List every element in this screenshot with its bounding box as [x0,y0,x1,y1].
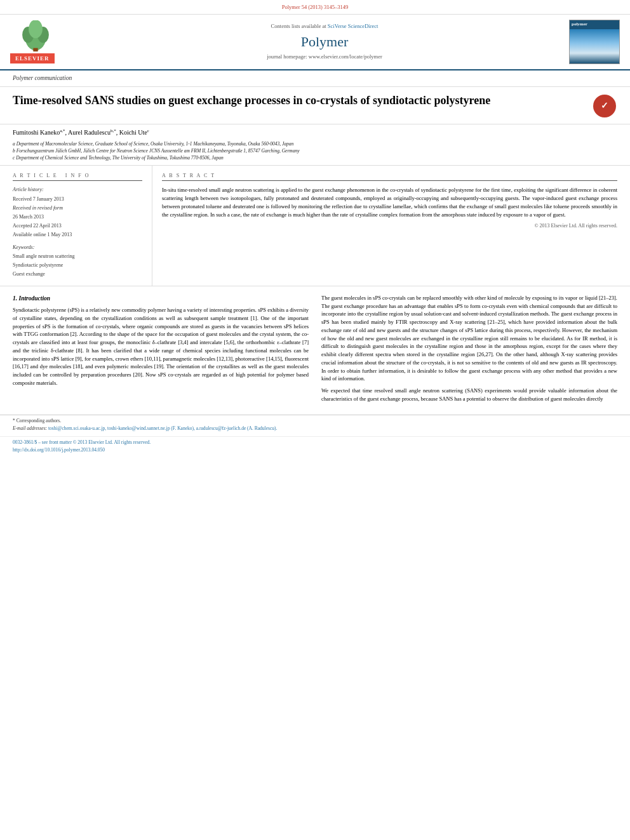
bottom-bar: 0032-3861/$ – see front matter © 2013 El… [0,436,630,458]
journal-title: Polymer [93,32,556,52]
copyright-line: © 2013 Elsevier Ltd. All rights reserved… [162,222,617,229]
issn-line: 0032-3861/$ – see front matter © 2013 El… [13,439,617,446]
affiliations: a Department of Macromolecular Science, … [13,140,617,162]
journal-reference: Polymer 54 (2013) 3145–3149 [0,0,630,15]
affiliation-b: b Forschungszentrum Jülich GmbH, Jülich … [13,147,617,154]
affiliation-a: a Department of Macromolecular Science, … [13,140,617,147]
contents-available-line: Contents lists available at SciVerse Sci… [93,23,556,30]
body-section: 1. Introduction Syndiotactic polystyrene… [0,286,630,415]
journal-center-info: Contents lists available at SciVerse Sci… [93,23,556,61]
intro-paragraph-right: The guest molecules in sPS co-crystals c… [321,294,617,383]
accepted-date: Accepted 22 April 2013 [13,222,142,230]
email-line: E-mail addresses: toshi@chem.sci.osaka-u… [13,425,617,432]
article-type-label: Polymer communication [13,75,72,81]
article-title-section: Time-resolved SANS studies on guest exch… [0,87,630,124]
corresponding-authors-line: * Corresponding authors. [13,418,617,425]
authors-line: Fumitoshi Kanekoa,*, Aurel Radulescub,*,… [13,128,617,137]
article-type-bar: Polymer communication [0,70,630,87]
crossmark-badge: ✓ [592,93,617,119]
elsevier-tree-icon [10,20,61,52]
revised-label: Received in revised form [13,204,142,212]
elsevier-logo: ELSEVIER [10,20,86,64]
revised-date: 26 March 2013 [13,213,142,221]
article-history-label: Article history: [13,186,142,193]
intro-heading: 1. Introduction [13,294,309,303]
keywords-label: Keywords: [13,244,142,251]
article-info-column: A R T I C L E I N F O Article history: R… [13,166,152,286]
footnotes-section: * Corresponding authors. E-mail addresse… [0,415,630,436]
crossmark-icon: ✓ [593,95,616,117]
sciverse-link[interactable]: SciVerse ScienceDirect [328,23,379,29]
journal-header: ELSEVIER Contents lists available at Sci… [0,15,630,70]
keyword-1: Small angle neutron scattering [13,253,142,260]
abstract-column: A B S T R A C T In-situ time-resolved sm… [152,166,617,286]
article-info-heading: A R T I C L E I N F O [13,172,142,181]
polymer-cover-image: polymer [563,20,620,64]
keyword-3: Guest exchange [13,270,142,278]
svg-point-4 [29,20,43,38]
elsevier-label: ELSEVIER [10,53,55,64]
article-title: Time-resolved SANS studies on guest exch… [13,93,582,108]
svg-rect-5 [33,48,37,51]
received-date: Received 7 January 2013 [13,196,142,203]
intro-paragraph-left: Syndiotactic polystyrene (sPS) is a rela… [13,306,309,387]
intro-paragraph-right-end: We expected that time resolved small ang… [321,387,617,403]
doi-line[interactable]: http://dx.doi.org/10.1016/j.polymer.2013… [13,447,617,454]
authors-section: Fumitoshi Kanekoa,*, Aurel Radulescub,*,… [0,124,630,166]
body-left-column: 1. Introduction Syndiotactic polystyrene… [13,294,309,407]
body-right-column: The guest molecules in sPS co-crystals c… [321,294,617,407]
abstract-text: In-situ time-resolved small angle neutro… [162,186,617,218]
affiliation-c: c Department of Chemical Science and Tec… [13,154,617,161]
keyword-2: Syndiotactic polystyrene [13,262,142,269]
abstract-heading: A B S T R A C T [162,172,617,181]
homepage-line: journal homepage: www.elsevier.com/locat… [93,53,556,61]
online-date: Available online 1 May 2013 [13,231,142,239]
article-info-abstract-section: A R T I C L E I N F O Article history: R… [0,166,630,286]
